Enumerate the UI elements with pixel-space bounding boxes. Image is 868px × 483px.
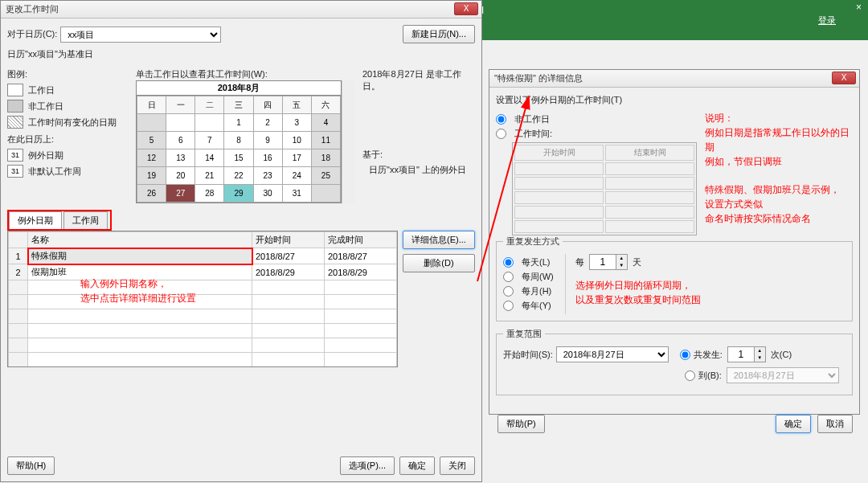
calendar-cell[interactable]: 29	[224, 185, 253, 203]
occur-input[interactable]	[728, 347, 754, 362]
occur-label: 共发生:	[694, 349, 723, 361]
row-start[interactable]: 2018/8/29	[252, 264, 325, 280]
day-info: 2018年8月27日 是非工作日。	[362, 68, 475, 92]
calendar-cell[interactable]: 25	[311, 167, 340, 185]
calendar-cell[interactable]: 26	[137, 185, 166, 203]
calendar-title: 2018年8月	[137, 81, 341, 96]
legend-nonwork: 非工作日	[28, 100, 63, 113]
calendar-cell[interactable]: 7	[195, 132, 224, 149]
calendar-cell[interactable]: 13	[166, 149, 195, 167]
detail-help-button[interactable]: 帮助(P)	[497, 415, 545, 433]
tt-end-header: 结束时间	[605, 145, 694, 161]
legend-nondefault: 非默认工作周	[28, 166, 81, 178]
row-end[interactable]: 2018/8/29	[325, 264, 397, 280]
calendar-cell[interactable]: 24	[282, 167, 311, 185]
new-calendar-button[interactable]: 新建日历(N)...	[403, 25, 475, 43]
detail-close-icon[interactable]: X	[832, 72, 856, 84]
row-name[interactable]: 特殊假期	[28, 248, 252, 264]
radio-until[interactable]	[685, 370, 695, 381]
calendar-cell[interactable]: 4	[311, 114, 340, 132]
dow-cell: 一	[166, 96, 195, 114]
spin-down-icon[interactable]: ▼	[616, 262, 627, 269]
login-link[interactable]: 登录	[818, 14, 836, 27]
range-start-select[interactable]: 2018年8月27日	[556, 346, 669, 362]
exception-grid[interactable]: 名称 开始时间 完成时间 1 特殊假期 2018/8/27 2018/8/272…	[7, 231, 398, 367]
dow-cell: 二	[195, 96, 224, 114]
calendar-cell[interactable]: 15	[224, 149, 253, 167]
calendar-cell[interactable]: 23	[253, 167, 282, 185]
help-button[interactable]: 帮助(H)	[7, 456, 55, 475]
calendar-cell[interactable]: 11	[311, 132, 340, 149]
calendar-cell[interactable]: 30	[253, 185, 282, 203]
calendar-cell[interactable]: 3	[282, 114, 311, 132]
swatch-exception-icon: 31	[7, 149, 23, 162]
calendar-cell[interactable]: 21	[195, 167, 224, 185]
ok-button[interactable]: 确定	[399, 456, 435, 475]
options-button[interactable]: 选项(P)...	[340, 456, 395, 475]
calendar-cell[interactable]: 18	[311, 149, 340, 167]
radio-monthly[interactable]	[503, 286, 514, 297]
radio-weekly-label: 每周(W)	[522, 271, 554, 283]
close-button[interactable]: 关闭	[440, 456, 475, 475]
radio-weekly[interactable]	[503, 272, 514, 282]
calendar-cell[interactable]: 10	[282, 132, 311, 149]
calendar-select[interactable]: xx项目	[60, 27, 221, 43]
calendar-cell[interactable]: 14	[195, 149, 224, 167]
calendar-cell[interactable]: 22	[224, 167, 253, 185]
calendar-scrollbar[interactable]	[342, 80, 354, 203]
calendar-cell[interactable]: 6	[166, 132, 195, 149]
tab-exception[interactable]: 例外日期	[9, 211, 62, 229]
dow-cell: 四	[253, 96, 282, 114]
calendar-cell[interactable]: 31	[282, 185, 311, 203]
dow-cell: 日	[137, 96, 166, 114]
spin-up-icon[interactable]: ▲	[616, 255, 627, 262]
calendar-cell[interactable]: 20	[166, 167, 195, 185]
calendar-cell[interactable]: 9	[253, 132, 282, 149]
calendar-cell[interactable]: 28	[195, 185, 224, 203]
radio-yearly-label: 每年(Y)	[522, 300, 551, 312]
calendar-cell[interactable]: 1	[224, 114, 253, 132]
calendar-cell[interactable]: 12	[137, 149, 166, 167]
every-spinner[interactable]: ▲▼	[589, 254, 628, 270]
calendar-cell[interactable]	[195, 114, 224, 132]
range-start-label: 开始时间(S):	[503, 349, 553, 361]
calendar-cell[interactable]	[137, 114, 166, 132]
legend-incal: 在此日历上:	[7, 133, 128, 145]
col-end: 完成时间	[325, 232, 397, 248]
every-input[interactable]	[590, 255, 616, 269]
row-start[interactable]: 2018/8/27	[252, 248, 325, 264]
calendar-cell[interactable]: 17	[282, 149, 311, 167]
until-select[interactable]: 2018年8月27日	[727, 367, 839, 383]
radio-yearly[interactable]	[503, 301, 514, 311]
calendar-cell[interactable]: 2	[253, 114, 282, 132]
change-work-time-dialog: 更改工作时间 X 对于日历(C): xx项目 新建日历(N)... 日历"xx项…	[0, 0, 482, 482]
delete-button[interactable]: 删除(D)	[403, 254, 475, 272]
app-close-icon[interactable]: ×	[856, 2, 862, 13]
calendar-cell[interactable]: 27	[166, 185, 195, 203]
swatch-nondefault-icon: 31	[7, 165, 23, 178]
row-end[interactable]: 2018/8/27	[325, 248, 397, 264]
tab-area-highlight: 例外日期 工作周	[7, 210, 112, 231]
calendar[interactable]: 2018年8月 日一二三四五六 123456789101112131415161…	[136, 80, 342, 203]
tab-workweek[interactable]: 工作周	[63, 211, 108, 229]
radio-nonwork[interactable]	[496, 114, 506, 125]
occur-spinner[interactable]: ▲▼	[727, 346, 766, 362]
radio-daily[interactable]	[503, 257, 514, 268]
until-label: 到(B):	[698, 370, 722, 382]
spin-up2-icon[interactable]: ▲	[754, 347, 765, 354]
radio-occurrences[interactable]	[680, 350, 690, 360]
calendar-cell[interactable]: 5	[137, 132, 166, 149]
close-icon[interactable]: X	[454, 2, 478, 15]
radio-work[interactable]	[496, 129, 506, 139]
calendar-cell[interactable]: 8	[224, 132, 253, 149]
detail-titlebar: "特殊假期" 的详细信息 X	[489, 70, 859, 88]
spin-down2-icon[interactable]: ▼	[754, 354, 765, 362]
detail-ok-button[interactable]: 确定	[776, 415, 811, 433]
calendar-cell[interactable]	[166, 114, 195, 132]
calendar-cell[interactable]	[311, 185, 340, 203]
calendar-cell[interactable]: 16	[253, 149, 282, 167]
calendar-cell[interactable]: 19	[137, 167, 166, 185]
detail-cancel-button[interactable]: 取消	[817, 415, 853, 433]
detail-button[interactable]: 详细信息(E)...	[403, 231, 475, 249]
col-name: 名称	[28, 232, 252, 248]
